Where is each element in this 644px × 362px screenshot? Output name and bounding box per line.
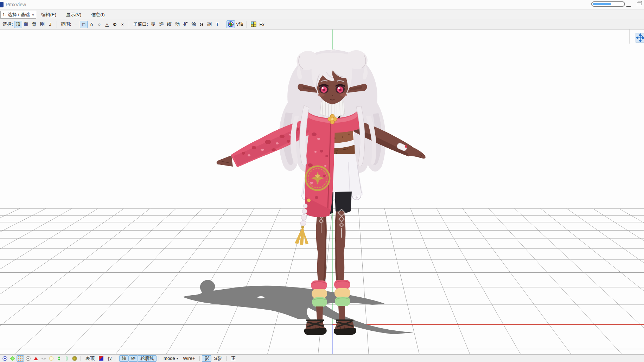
bone-display-toggle[interactable]	[32, 355, 39, 362]
range-phi-button[interactable]: Φ	[111, 21, 119, 28]
radio-blue-toggle[interactable]	[1, 355, 8, 362]
bottom-bar: 表顶 仅 轴 Mᵇ 轮廓线 mode ▾ Wire+ 影 S影 正	[0, 354, 644, 362]
toolbar: 选择: 顶 面 骨 刚 J 范围: · □ δ ○ △ Φ × 子窗口: 显 选…	[0, 19, 644, 30]
window-pill-indicator[interactable]	[591, 1, 625, 7]
select-vertex-button[interactable]: 顶	[14, 21, 22, 28]
separator	[199, 356, 200, 361]
subwindow-label: 子窗口:	[133, 21, 148, 27]
range-cross-button[interactable]: ×	[119, 21, 126, 28]
red-triangle-icon	[33, 356, 39, 361]
dim-ring-toggle[interactable]	[47, 355, 55, 362]
shadow-toggle-button[interactable]: 影	[202, 355, 211, 362]
subwindow-motion-button[interactable]: 动	[173, 21, 181, 28]
mb-toggle-button[interactable]: Mᵇ	[129, 355, 138, 362]
separator	[117, 356, 117, 361]
wire-plus-button[interactable]: Wire+	[180, 355, 197, 362]
joint-dots-icon	[56, 356, 62, 361]
separator	[224, 21, 224, 28]
range-circle-button[interactable]: ○	[95, 21, 103, 28]
range-triangle-button[interactable]: △	[103, 21, 111, 28]
chevron-down-icon: ∨	[32, 13, 34, 17]
quad-view-icon	[251, 21, 256, 27]
subwindow-expand-button[interactable]: 扩	[181, 21, 190, 28]
minimize-button[interactable]	[626, 6, 631, 7]
select-bone-button[interactable]: 骨	[30, 21, 38, 28]
gizmo-axis-button[interactable]	[227, 20, 235, 28]
capsule-toggle[interactable]	[63, 355, 70, 362]
subwindow-twist-button[interactable]: 绞	[165, 21, 173, 28]
joint-toggle[interactable]	[55, 355, 63, 362]
menu-info[interactable]: 信息(I)	[86, 11, 109, 19]
bead-tassel	[295, 204, 308, 245]
wave-toggle[interactable]	[40, 355, 47, 362]
mode-label: mode	[164, 356, 175, 361]
separator	[81, 356, 81, 361]
select-face-button[interactable]: 面	[22, 21, 30, 28]
fx-label: Fx	[259, 22, 264, 27]
select-label: 选择:	[2, 21, 13, 27]
viewport-3d[interactable]	[0, 30, 644, 354]
separator	[247, 21, 247, 28]
select-joint-button[interactable]: J	[46, 21, 54, 28]
menu-bar: 1: 选择 / 基础 ∨ 编辑(E) 显示(V) 信息(I)	[0, 10, 644, 19]
front-view-button[interactable]: 正	[229, 355, 238, 362]
window-title: PmxView	[6, 2, 26, 7]
separator	[129, 21, 129, 28]
menu-edit[interactable]: 编辑(E)	[36, 11, 61, 19]
range-rect-button[interactable]: □	[80, 21, 88, 28]
model-shadow	[183, 280, 414, 334]
subwindow-sub-button[interactable]: 副	[205, 21, 213, 28]
only-button[interactable]: 仅	[105, 355, 115, 362]
scene-canvas	[0, 30, 644, 354]
restore-button[interactable]	[637, 2, 641, 6]
separator	[159, 356, 159, 361]
gizmo-sphere-icon	[228, 21, 234, 27]
mode-select-value: 1: 选择 / 基础	[2, 12, 30, 18]
olive-sphere-icon	[72, 356, 77, 361]
separator	[57, 21, 57, 28]
subwindow-display-button[interactable]: 显	[149, 21, 157, 28]
surface-vertex-button[interactable]: 表顶	[83, 355, 97, 362]
subwindow-paint-button[interactable]: 涂	[190, 21, 198, 28]
starburst-icon	[10, 356, 15, 361]
capsule-icon	[64, 356, 70, 361]
world-axes	[332, 30, 644, 354]
outline-toggle-button[interactable]: 轮廓线	[138, 355, 157, 362]
subwindow-g-button[interactable]: G	[198, 21, 205, 28]
mode-dropdown[interactable]: mode ▾	[161, 355, 180, 362]
axis-toggle-button[interactable]: 轴	[119, 355, 129, 362]
self-shadow-toggle-button[interactable]: S影	[211, 355, 224, 362]
sandals	[304, 319, 356, 335]
separator	[226, 356, 227, 361]
vertex-cloud-toggle[interactable]	[9, 355, 16, 362]
mesh-grid-toggle[interactable]	[17, 355, 24, 362]
sphere-toggle[interactable]	[71, 355, 78, 362]
select-rigid-button[interactable]: 刚	[38, 21, 46, 28]
dotted-grid-icon	[18, 356, 23, 361]
app-icon	[0, 2, 4, 7]
subwindow-select-button[interactable]: 选	[157, 21, 165, 28]
radio-gray-toggle[interactable]	[24, 355, 32, 362]
mode-select-combo[interactable]: 1: 选择 / 基础 ∨	[0, 11, 36, 19]
viewport-pan-button[interactable]	[636, 33, 644, 43]
range-label: 范围:	[61, 21, 71, 27]
fx-view-button[interactable]	[249, 20, 258, 28]
menu-view[interactable]: 显示(V)	[61, 11, 86, 19]
pan-arrows-icon	[636, 33, 644, 42]
subwindow-t-button[interactable]: T	[213, 21, 221, 28]
wave-icon	[41, 356, 46, 361]
dropdown-arrow-icon: ▾	[177, 357, 178, 360]
range-point-button[interactable]: ·	[72, 21, 80, 28]
material-color-icon[interactable]	[99, 356, 103, 361]
range-lasso-button[interactable]: δ	[88, 21, 95, 28]
vaxis-label: v轴	[236, 21, 243, 27]
title-bar: PmxView	[0, 0, 644, 9]
